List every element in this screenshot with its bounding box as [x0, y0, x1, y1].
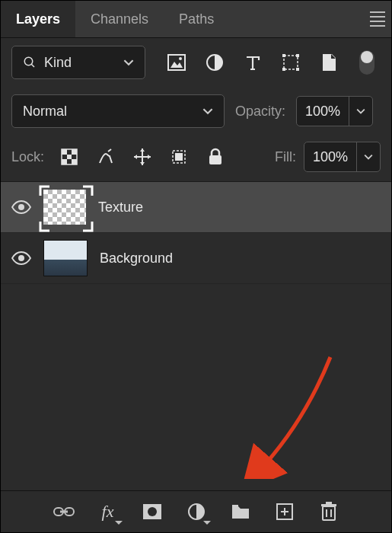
lock-all-icon[interactable] [204, 145, 227, 168]
new-group-icon[interactable] [231, 502, 250, 522]
annotation-arrow [239, 349, 338, 479]
filter-row: Kind [1, 38, 391, 87]
filter-type-icon[interactable] [241, 51, 264, 74]
svg-rect-34 [323, 506, 335, 520]
filter-pixel-icon[interactable] [165, 51, 188, 74]
tab-layers[interactable]: Layers [1, 1, 75, 37]
lock-buttons [58, 145, 227, 168]
svg-point-12 [361, 51, 373, 63]
svg-rect-30 [232, 505, 238, 508]
filter-shape-icon[interactable] [279, 51, 302, 74]
svg-rect-16 [67, 155, 72, 159]
filter-toggle-switch[interactable] [355, 51, 378, 74]
blend-mode-select[interactable]: Normal [11, 94, 225, 128]
link-layers-icon[interactable] [54, 502, 74, 522]
opacity-input[interactable] [297, 103, 349, 120]
blend-opacity-row: Normal Opacity: [1, 87, 391, 136]
fill-input[interactable] [304, 148, 356, 166]
visibility-toggle[interactable] [11, 197, 31, 217]
layers-panel: Layers Channels Paths Kind [0, 0, 392, 533]
panel-tabs: Layers Channels Paths [1, 1, 391, 38]
blend-mode-value: Normal [23, 104, 67, 120]
layer-effects-icon[interactable]: fx [98, 502, 118, 522]
chevron-down-icon [202, 106, 213, 116]
layer-row-background[interactable]: Background [1, 233, 391, 284]
fill-label: Fill: [275, 149, 296, 165]
layers-bottom-bar: fx [1, 490, 391, 532]
svg-rect-9 [282, 68, 285, 71]
filter-adjustment-icon[interactable] [203, 51, 226, 74]
svg-rect-7 [282, 54, 285, 57]
layer-name[interactable]: Texture [98, 199, 143, 215]
filter-smartobject-icon[interactable] [317, 51, 340, 74]
svg-rect-17 [62, 159, 67, 164]
svg-point-23 [18, 255, 24, 261]
chevron-down-icon [356, 107, 365, 116]
opacity-dropdown[interactable] [349, 97, 372, 126]
svg-rect-18 [72, 159, 77, 164]
svg-line-1 [31, 64, 34, 67]
fill-group: Fill: [275, 142, 381, 172]
layer-thumb-frame [43, 190, 86, 225]
svg-rect-8 [296, 54, 299, 57]
lock-position-icon[interactable] [131, 145, 154, 168]
svg-point-22 [18, 204, 24, 210]
lock-label: Lock: [11, 149, 44, 165]
svg-point-28 [148, 507, 157, 516]
svg-point-4 [179, 57, 182, 60]
layer-row-texture[interactable]: Texture [1, 182, 391, 233]
chevron-down-icon [364, 152, 373, 161]
filter-kind-select[interactable]: Kind [11, 46, 145, 79]
svg-point-0 [24, 57, 33, 65]
svg-rect-20 [175, 153, 183, 161]
opacity-label: Opacity: [235, 104, 285, 120]
svg-rect-38 [326, 502, 332, 504]
panel-menu-icon[interactable] [359, 1, 391, 37]
layer-name[interactable]: Background [100, 251, 173, 266]
svg-rect-15 [72, 149, 77, 155]
tab-channels[interactable]: Channels [75, 1, 164, 37]
layers-list: Texture Background [1, 182, 391, 284]
tab-paths[interactable]: Paths [164, 1, 229, 37]
layer-thumbnail [43, 240, 88, 276]
svg-marker-3 [171, 62, 183, 68]
search-icon [23, 56, 37, 69]
filter-buttons [165, 51, 378, 74]
svg-rect-6 [284, 56, 298, 69]
fill-dropdown[interactable] [356, 142, 380, 171]
svg-rect-21 [209, 155, 221, 164]
lock-image-icon[interactable] [94, 145, 117, 168]
new-adjustment-layer-icon[interactable] [186, 502, 206, 522]
add-mask-icon[interactable] [142, 502, 162, 522]
visibility-toggle[interactable] [11, 248, 31, 268]
svg-rect-37 [321, 504, 336, 506]
filter-kind-label: Kind [44, 55, 72, 71]
delete-layer-icon[interactable] [319, 502, 339, 522]
chevron-down-icon [123, 57, 134, 68]
svg-rect-10 [296, 68, 299, 71]
new-layer-icon[interactable] [275, 502, 295, 522]
layer-thumbnail [43, 190, 86, 225]
svg-rect-14 [62, 149, 67, 155]
fill-field[interactable] [304, 142, 381, 172]
svg-rect-26 [60, 511, 68, 513]
lock-fill-row: Lock: Fill: [1, 136, 391, 182]
opacity-field[interactable] [296, 96, 373, 126]
lock-transparency-icon[interactable] [58, 145, 81, 168]
lock-artboard-icon[interactable] [167, 145, 190, 168]
